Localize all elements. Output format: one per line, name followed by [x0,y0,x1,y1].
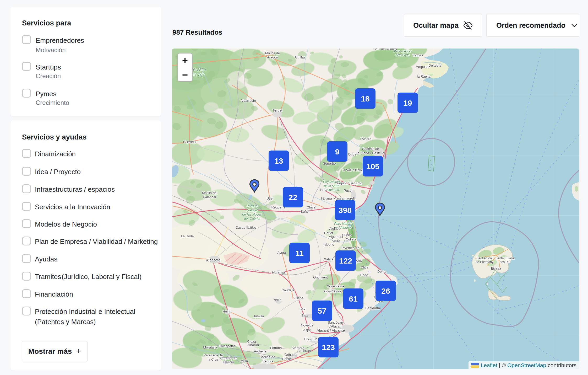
svg-text:Molina de: Molina de [265,51,280,55]
svg-text:Cocentaina: Cocentaina [327,284,344,288]
svg-text:11: 11 [295,249,304,258]
svg-text:Región de: Región de [220,356,237,360]
svg-text:Alberic: Alberic [324,243,334,247]
svg-text:Mula: Mula [241,359,248,363]
svg-text:Castelló de: Castelló de [362,147,379,151]
svg-text:Ontinyent: Ontinyent [313,275,328,279]
svg-text:26: 26 [381,287,390,295]
svg-text:122: 122 [339,256,352,265]
svg-text:Chiva: Chiva [307,205,315,209]
svg-text:Albacete: Albacete [206,258,221,262]
svg-text:Dénia: Dénia [377,270,386,274]
svg-text:18: 18 [361,94,369,103]
svg-text:Oliva: Oliva [361,265,368,269]
svg-text:Utrillas: Utrillas [295,55,306,59]
svg-text:Parc Natural: Parc Natural [394,50,411,53]
svg-text:Tortosa: Tortosa [412,53,423,57]
svg-text:Utiel: Utiel [266,196,273,200]
svg-text:Caudete: Caudete [281,288,294,292]
svg-text:Fortuna: Fortuna [270,346,282,350]
svg-text:Parc Natural: Parc Natural [334,222,353,226]
svg-text:Villena: Villena [293,296,304,300]
svg-text:Sant Antoni: Sant Antoni [476,256,492,260]
svg-text:Sax: Sax [300,307,306,311]
svg-text:Beniel: Beniel [282,357,292,361]
svg-text:398: 398 [339,206,352,215]
svg-text:Archena: Archena [254,349,267,353]
svg-text:Palancar: Palancar [203,195,216,199]
svg-text:Algemesí: Algemesí [329,235,343,239]
svg-text:Jumilla: Jumilla [253,314,264,318]
svg-text:Llíria: Llíria [320,188,328,192]
svg-text:Calasparra: Calasparra [219,344,235,348]
svg-text:Natural: Natural [247,208,258,212]
svg-text:Elda: Elda [301,314,308,318]
svg-text:Segorbe: Segorbe [323,162,336,165]
svg-text:Alcoi / Alcoy: Alcoi / Alcoy [323,289,342,293]
svg-text:Segura: Segura [262,359,274,363]
svg-text:de Portmany: de Portmany [476,260,493,264]
svg-text:22: 22 [288,193,297,202]
svg-text:Sueca: Sueca [342,233,352,237]
svg-text:Amposta: Amposta [416,65,429,69]
svg-text:Massamagrell: Massamagrell [334,196,355,200]
svg-text:Caravaca de: Caravaca de [203,353,223,357]
svg-text:de las Hoces: de las Hoces [242,212,262,216]
svg-text:la Cruz: la Cruz [208,357,218,361]
svg-text:La Roda: La Roda [181,234,194,238]
svg-text:Puçol: Puçol [344,189,352,192]
svg-text:Almansa: Almansa [272,270,285,274]
svg-text:Deltebre: Deltebre [428,63,441,67]
svg-text:dels Ports: dels Ports [395,53,409,57]
svg-text:Casas-Ibáñez: Casas-Ibáñez [236,226,257,229]
svg-text:Santa Eulària: Santa Eulària [496,256,514,260]
svg-text:l'Eliana: l'Eliana [321,196,332,200]
svg-text:la Vall d'Uixó: la Vall d'Uixó [342,168,362,172]
svg-text:la Plana / Castelló: la Plana / Castelló [357,151,384,155]
svg-text:9: 9 [335,147,340,156]
svg-text:Parque: Parque [247,204,258,208]
svg-text:Teruel: Teruel [273,108,282,112]
svg-text:Alacant / Alicante: Alacant / Alicante [317,328,345,333]
svg-text:l'Alcora: l'Alcora [360,137,372,141]
svg-text:Novelda: Novelda [301,323,313,327]
svg-text:Cuenca: Cuenca [183,140,196,144]
svg-text:13: 13 [274,157,283,165]
svg-text:105: 105 [366,162,379,171]
svg-text:57: 57 [318,307,326,315]
svg-text:19: 19 [403,99,412,107]
svg-text:123: 123 [322,343,335,352]
svg-text:Aragón: Aragón [267,55,278,59]
svg-text:Molina de: Molina de [260,355,275,359]
svg-text:del Cabriel: del Cabriel [244,217,260,221]
svg-text:la Ràpita: la Ràpita [417,74,431,78]
svg-text:Benidorm: Benidorm [365,306,380,310]
svg-text:Pego: Pego [360,273,368,277]
svg-text:Eivissa: Eivissa [491,267,501,270]
svg-text:Alzira: Alzira [332,239,340,243]
svg-text:Onda: Onda [348,152,357,156]
svg-text:Sagunt / Sagunto: Sagunt / Sagunto [336,181,362,185]
svg-text:Motilla del: Motilla del [202,191,217,195]
svg-text:Albatera: Albatera [292,346,304,350]
svg-text:Tavernes de: Tavernes de [341,246,360,250]
svg-text:Abarán: Abarán [248,343,259,347]
svg-text:Buñol: Buñol [301,210,309,213]
svg-text:d'Alacant: d'Alacant [328,324,342,328]
svg-text:Alginet: Alginet [329,227,340,231]
svg-text:Murcia: Murcia [223,360,234,364]
svg-text:Ayora: Ayora [277,251,286,255]
svg-text:Hellín: Hellín [222,309,231,313]
svg-text:Cullera: Cullera [346,237,357,241]
svg-text:Xàtiva: Xàtiva [324,257,334,261]
svg-text:61: 61 [349,294,357,303]
svg-text:Aspe: Aspe [303,328,311,332]
svg-text:des Riu: des Riu [500,260,510,264]
svg-text:Moratalla: Moratalla [203,345,217,349]
svg-text:Sant Joan: Sant Joan [328,320,343,324]
svg-text:Yecla: Yecla [273,298,281,302]
svg-text:Albarracín: Albarracín [240,99,256,103]
svg-text:Orihuela: Orihuela [284,353,297,357]
svg-text:Carlet: Carlet [324,231,333,235]
